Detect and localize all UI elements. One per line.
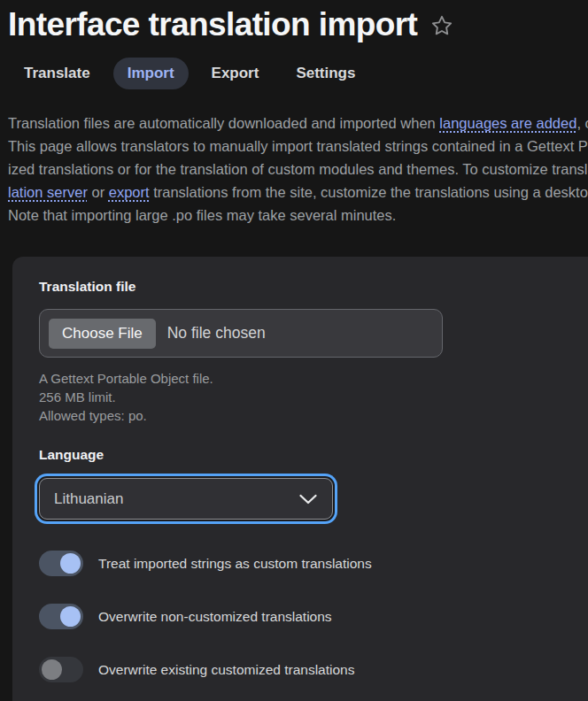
page-header: Interface translation import: [8, 4, 588, 46]
export-link[interactable]: export: [109, 184, 150, 200]
tab-export[interactable]: Export: [197, 58, 274, 89]
translation-file-label: Translation file: [39, 278, 588, 295]
help-line: Allowed types: po.: [39, 406, 588, 425]
toggle-row-custom-translations: Treat imported strings as custom transla…: [39, 551, 588, 576]
toggle-row-overwrite-customized: Overwrite existing customized translatio…: [39, 657, 588, 682]
language-select-value: Lithuanian: [54, 490, 123, 508]
toggle-knob: [60, 606, 81, 627]
description-text: Translation files are automatically down…: [8, 115, 439, 131]
star-outline-icon[interactable]: [430, 14, 453, 37]
description-line-4: lation server or export translations fro…: [8, 181, 588, 204]
secondary-tabs: Translate Import Export Settings: [10, 58, 588, 89]
description-text: or: [88, 184, 109, 200]
description-line-1: Translation files are automatically down…: [8, 112, 588, 135]
tab-settings[interactable]: Settings: [282, 58, 369, 89]
toggle-label: Treat imported strings as custom transla…: [98, 556, 372, 572]
language-label: Language: [39, 446, 588, 463]
overwrite-customized-toggle[interactable]: [39, 657, 83, 682]
tab-import[interactable]: Import: [113, 58, 189, 89]
language-select[interactable]: Lithuanian: [39, 478, 333, 520]
description-text: translations from the site, customize th…: [150, 184, 588, 200]
description-line-2: This page allows translators to manually…: [8, 135, 588, 158]
overwrite-noncustomized-toggle[interactable]: [39, 604, 83, 629]
file-chosen-status: No file chosen: [167, 324, 266, 343]
translation-file-input[interactable]: Choose File No file chosen: [39, 309, 443, 358]
toggle-row-overwrite-noncustomized: Overwrite non-customized translations: [39, 604, 588, 629]
chevron-down-icon: [298, 493, 318, 505]
toggle-label: Overwrite non-customized translations: [98, 609, 332, 625]
description-line-3: ized translations or for the translation…: [8, 158, 588, 181]
description-line-5: Note that importing large .po files may …: [8, 204, 588, 227]
translation-server-link[interactable]: lation server: [8, 184, 88, 200]
tab-translate[interactable]: Translate: [10, 58, 104, 89]
description-text: , or when modules or themes are enabled.: [576, 115, 588, 131]
toggle-label: Overwrite existing customized translatio…: [98, 662, 354, 678]
languages-added-link[interactable]: languages are added: [439, 115, 576, 131]
treat-as-custom-toggle[interactable]: [39, 551, 83, 576]
toggle-knob: [60, 553, 81, 574]
page-description: Translation files are automatically down…: [8, 112, 588, 227]
help-line: 256 MB limit.: [39, 388, 588, 406]
file-help-text: A Gettext Portable Object file. 256 MB l…: [39, 369, 588, 425]
help-line: A Gettext Portable Object file.: [39, 369, 588, 388]
page-title: Interface translation import: [8, 4, 417, 46]
toggle-knob: [42, 659, 62, 680]
import-form-panel: Translation file Choose File No file cho…: [12, 257, 588, 701]
choose-file-button[interactable]: Choose File: [49, 319, 156, 349]
